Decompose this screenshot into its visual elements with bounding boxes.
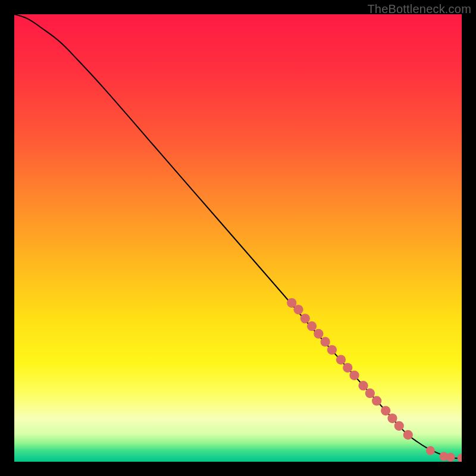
data-marker [381,406,390,415]
data-marker [426,446,435,455]
plot-area [14,14,462,462]
data-marker [293,305,303,314]
data-marker [343,363,352,372]
data-marker [358,381,368,390]
data-marker [314,329,323,339]
data-marker [403,430,413,440]
gradient-background [14,14,462,462]
data-marker [327,345,337,355]
attribution-label: TheBottleneck.com [367,2,471,16]
data-marker [307,321,317,331]
chart-stage: TheBottleneck.com [0,0,476,476]
data-marker [321,337,330,346]
data-marker [349,371,359,380]
data-marker [446,453,455,462]
data-marker [336,355,346,364]
data-marker [387,414,397,423]
data-marker [365,389,375,398]
data-marker [372,396,381,406]
data-marker [394,421,404,431]
plot-svg [14,14,462,462]
data-marker [300,314,310,323]
